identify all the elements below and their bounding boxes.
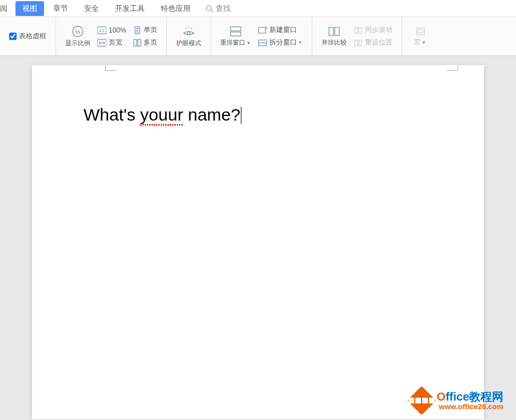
zoom-ratio-button[interactable]: % 显示比例 [62, 23, 94, 50]
group-zoom: % 显示比例 1:1 100% 页宽 单页 多页 [56, 17, 167, 55]
svg-rect-12 [138, 39, 141, 46]
menubar: 阅 视图 章节 安全 开发工具 特色应用 查找 [0, 0, 516, 17]
svg-line-1 [211, 10, 213, 12]
svg-text:1:1: 1:1 [99, 29, 105, 33]
group-macro: 宏▼ [402, 17, 439, 55]
oneone-icon: 1:1 [97, 26, 106, 34]
reset-pos-icon [354, 39, 363, 47]
watermark-text: Office教程网 www.office26.com [436, 390, 503, 411]
svg-text:✦: ✦ [265, 26, 267, 31]
zoom-options-col2: 单页 多页 [130, 24, 161, 49]
text-part2: name? [183, 105, 240, 124]
tab-chapter[interactable]: 章节 [45, 1, 76, 16]
page-width-button[interactable]: 页宽 [94, 37, 130, 49]
eye-icon [181, 25, 196, 38]
window-options-col: ✦ 新建窗口 拆分窗口▼ [255, 24, 306, 49]
compare-options-col: 同步滚动 重设位置 [350, 24, 396, 49]
percent-icon: % [72, 25, 84, 38]
tab-view[interactable]: 视图 [15, 1, 44, 16]
rearrange-window-button[interactable]: 重排窗口▼ [217, 23, 255, 49]
svg-rect-22 [355, 27, 358, 33]
multi-page-button[interactable]: 多页 [130, 37, 161, 49]
svg-point-13 [187, 32, 190, 35]
split-window-icon [258, 39, 267, 47]
group-window: 重排窗口▼ ✦ 新建窗口 拆分窗口▼ [211, 17, 312, 55]
svg-point-0 [207, 5, 212, 10]
svg-rect-24 [355, 40, 358, 46]
svg-rect-27 [418, 30, 423, 33]
dropdown-arrow-icon: ▼ [422, 40, 426, 45]
text-part1: What's [84, 105, 140, 124]
side-by-side-icon [328, 26, 340, 37]
tab-devtools[interactable]: 开发工具 [107, 1, 153, 16]
svg-rect-15 [231, 32, 241, 36]
new-window-button[interactable]: ✦ 新建窗口 [255, 24, 306, 37]
text-cursor [241, 107, 241, 124]
eye-protect-button[interactable]: 护眼模式 [173, 23, 205, 50]
split-window-button[interactable]: 拆分窗口▼ [255, 37, 306, 49]
new-window-icon: ✦ [258, 26, 267, 34]
ribbon: 表格虚框 % 显示比例 1:1 100% 页宽 单页 [0, 17, 516, 56]
zoom-100-button[interactable]: 1:1 100% [94, 24, 130, 37]
margin-marker-tl [105, 65, 117, 71]
watermark: Office教程网 www.office26.com [411, 390, 503, 411]
singlepage-icon [133, 26, 141, 34]
svg-text:%: % [76, 29, 80, 35]
workspace: What's youur name? [0, 56, 516, 420]
macro-button: 宏▼ [408, 24, 433, 49]
zoom-label: 显示比例 [65, 39, 90, 47]
macro-icon [415, 26, 426, 37]
search-icon [205, 5, 216, 13]
pagewidth-icon [97, 39, 106, 47]
zoom-options-col1: 1:1 100% 页宽 [94, 24, 130, 49]
group-eye: 护眼模式 [167, 17, 211, 55]
svg-rect-20 [329, 27, 334, 35]
svg-rect-14 [231, 27, 241, 31]
group-table: 表格虚框 [0, 17, 56, 55]
sync-scroll-button: 同步滚动 [350, 24, 396, 37]
search-label: 查找 [216, 3, 231, 14]
tab-review-partial[interactable]: 阅 [0, 1, 14, 16]
svg-rect-23 [359, 27, 362, 33]
checkbox-input[interactable] [9, 33, 17, 40]
document-text[interactable]: What's youur name? [84, 105, 241, 125]
search-box[interactable]: 查找 [205, 3, 231, 14]
tab-featured[interactable]: 特色应用 [153, 1, 199, 16]
sync-scroll-icon [354, 26, 363, 34]
checkbox-label: 表格虚框 [19, 31, 46, 41]
watermark-logo [407, 386, 436, 415]
reset-position-button: 重设位置 [350, 37, 396, 49]
document-page[interactable]: What's youur name? [32, 65, 484, 419]
single-page-button[interactable]: 单页 [130, 24, 161, 37]
checkbox-table-outline[interactable]: 表格虚框 [6, 31, 50, 41]
svg-rect-11 [134, 39, 137, 46]
multipage-icon [133, 39, 141, 47]
side-by-side-button[interactable]: 并排比较 [318, 23, 350, 49]
svg-rect-25 [359, 40, 362, 46]
dropdown-arrow-icon: ▼ [298, 40, 303, 45]
spell-error-word[interactable]: youur [140, 105, 183, 125]
svg-rect-26 [416, 28, 424, 35]
group-compare: 并排比较 同步滚动 重设位置 [312, 17, 402, 55]
margin-marker-tr [447, 65, 458, 71]
dropdown-arrow-icon: ▼ [247, 41, 251, 46]
tab-security[interactable]: 安全 [76, 1, 107, 16]
svg-rect-21 [335, 27, 339, 35]
rearrange-icon [229, 26, 242, 37]
